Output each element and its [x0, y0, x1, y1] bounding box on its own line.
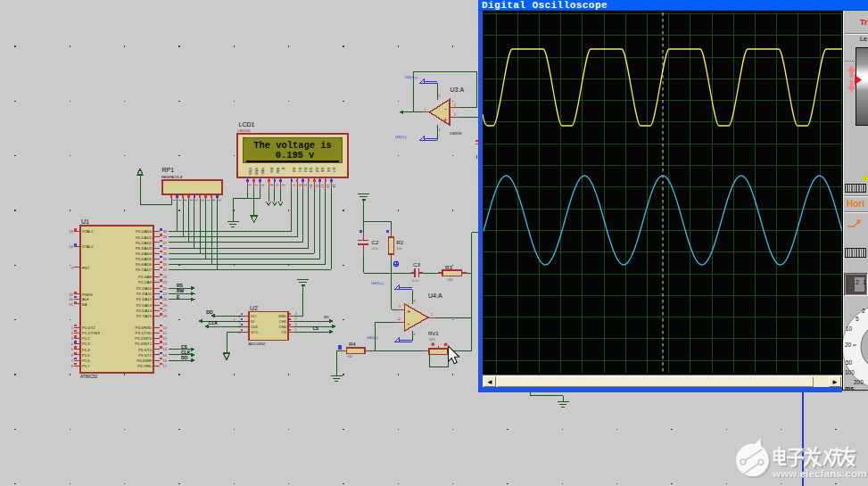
- svg-text:P2.2/A10: P2.2/A10: [136, 286, 153, 291]
- svg-text:CLK: CLK: [181, 350, 191, 355]
- svg-text:XTAL2: XTAL2: [82, 244, 94, 249]
- svg-text:P3.4/T0: P3.4/T0: [138, 348, 152, 352]
- svg-text:20: 20: [845, 342, 852, 348]
- svg-text:27: 27: [163, 309, 168, 313]
- svg-text:C2: C2: [372, 239, 379, 245]
- svg-text:5: 5: [275, 185, 278, 186]
- svg-text:P3.7/RD: P3.7/RD: [137, 364, 152, 368]
- svg-text:3: 3: [183, 200, 186, 202]
- svg-text:D1: D1: [298, 168, 302, 173]
- svg-text:12: 12: [320, 185, 324, 188]
- svg-text:D3: D3: [309, 168, 313, 173]
- svg-text:14: 14: [163, 347, 168, 351]
- svg-text:2: 2: [178, 200, 181, 202]
- svg-text:CS: CS: [181, 344, 188, 350]
- svg-text:1: 1: [172, 200, 176, 202]
- svg-text:RP1: RP1: [162, 167, 175, 173]
- svg-text:The voltage is: The voltage is: [253, 140, 331, 151]
- svg-text:DO: DO: [181, 355, 188, 360]
- svg-text:39: 39: [163, 229, 168, 234]
- svg-text:1: 1: [71, 325, 74, 330]
- svg-text:DI: DI: [251, 319, 254, 324]
- svg-text:14: 14: [332, 185, 335, 188]
- svg-text:4: 4: [269, 185, 273, 186]
- svg-text:RS: RS: [269, 168, 274, 173]
- svg-text:7: 7: [71, 358, 74, 363]
- svg-text:P2.6/A14: P2.6/A14: [136, 309, 153, 313]
- svg-text:0.1u: 0.1u: [412, 279, 418, 283]
- svg-text:36: 36: [163, 246, 168, 251]
- svg-text:GND: GND: [278, 314, 286, 318]
- svg-text:7: 7: [292, 185, 295, 186]
- svg-text:4: 4: [189, 200, 193, 202]
- svg-text:13: 13: [326, 185, 329, 188]
- svg-text:RW: RW: [177, 288, 185, 293]
- svg-text:-: -: [444, 104, 447, 112]
- svg-text:+: +: [408, 309, 411, 315]
- svg-text:D2: D2: [303, 168, 308, 173]
- svg-text:U3(V-): U3(V-): [395, 135, 407, 139]
- svg-text:P1.2: P1.2: [82, 336, 90, 341]
- svg-text:U4(V+): U4(V+): [371, 281, 384, 285]
- svg-text:3: 3: [71, 336, 74, 341]
- svg-text:P2.1/A9: P2.1/A9: [138, 280, 153, 284]
- svg-text:P0.6/AD6: P0.6/AD6: [136, 262, 153, 267]
- svg-text:D4: D4: [315, 168, 319, 173]
- svg-text:EA: EA: [82, 302, 87, 307]
- svg-text:2: 2: [254, 185, 258, 186]
- svg-text:8: 8: [298, 185, 302, 186]
- svg-text:RESPACK-8: RESPACK-8: [161, 175, 183, 179]
- svg-text:CH0: CH0: [279, 325, 287, 329]
- svg-text:9: 9: [218, 200, 221, 202]
- svg-text:54%: 54%: [429, 338, 436, 342]
- svg-text:13: 13: [163, 342, 168, 346]
- svg-text:33: 33: [163, 262, 168, 267]
- svg-text:P3.0/RXD: P3.0/RXD: [135, 325, 152, 330]
- svg-text:D5: D5: [320, 168, 325, 173]
- svg-text:10: 10: [309, 185, 312, 188]
- svg-text:4: 4: [439, 128, 441, 132]
- svg-text:9: 9: [303, 185, 307, 186]
- svg-text:29: 29: [69, 292, 73, 297]
- svg-text:VCC: VCC: [251, 330, 259, 334]
- svg-text:7: 7: [206, 200, 210, 202]
- svg-text:11: 11: [163, 331, 168, 335]
- svg-text:10: 10: [163, 325, 168, 330]
- svg-text:CS: CS: [313, 326, 318, 331]
- svg-text:DO: DO: [206, 309, 213, 315]
- svg-text:5: 5: [71, 347, 74, 351]
- svg-text:24: 24: [163, 292, 168, 296]
- svg-text:2: 2: [454, 103, 456, 107]
- svg-text:CLK: CLK: [251, 325, 258, 329]
- svg-text:AT89C52: AT89C52: [80, 375, 98, 379]
- svg-text:U3(V+): U3(V+): [405, 75, 417, 79]
- svg-text:LM016L: LM016L: [238, 128, 252, 133]
- svg-text:C3: C3: [413, 261, 420, 268]
- svg-text:19: 19: [69, 229, 73, 234]
- svg-text:CS: CS: [281, 330, 286, 334]
- svg-text:RST: RST: [82, 266, 90, 270]
- svg-text:LM358: LM358: [450, 131, 462, 136]
- svg-text:31: 31: [69, 302, 73, 307]
- svg-text:IN1: IN1: [324, 316, 329, 319]
- svg-text:3: 3: [454, 113, 456, 117]
- svg-text:34: 34: [163, 257, 168, 261]
- svg-text:+: +: [443, 117, 447, 123]
- svg-text:P3.1/TXD: P3.1/TXD: [136, 331, 152, 335]
- svg-text:E: E: [281, 168, 285, 170]
- svg-text:CH1: CH1: [279, 319, 287, 324]
- svg-text:2: 2: [71, 331, 74, 335]
- svg-text:P1.5: P1.5: [82, 353, 90, 358]
- svg-text:P2.3/A11: P2.3/A11: [136, 292, 153, 296]
- svg-text:P0.0/AD0: P0.0/AD0: [136, 229, 153, 234]
- svg-text:PSEN: PSEN: [82, 292, 92, 297]
- svg-text:R2: R2: [396, 239, 403, 245]
- svg-text:3: 3: [260, 185, 264, 186]
- svg-text:-: -: [408, 319, 410, 327]
- svg-text:P3.5/T1: P3.5/T1: [138, 353, 152, 358]
- svg-text:35: 35: [163, 251, 168, 256]
- svg-text:P1.0/T2: P1.0/T2: [82, 325, 95, 330]
- svg-text:38: 38: [163, 235, 168, 239]
- svg-text:VDD: VDD: [254, 168, 259, 176]
- svg-text:P2.5/A13: P2.5/A13: [136, 303, 153, 308]
